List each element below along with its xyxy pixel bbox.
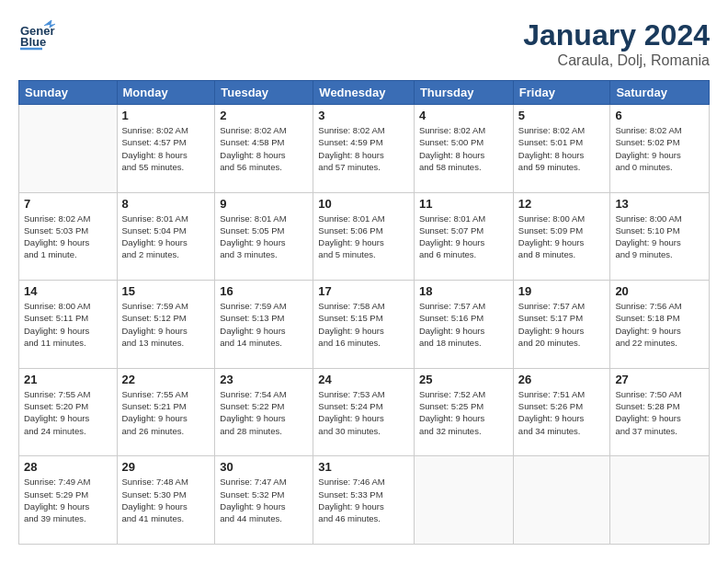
calendar-cell: 22Sunrise: 7:55 AM Sunset: 5:21 PM Dayli… (117, 368, 215, 456)
calendar-cell: 31Sunrise: 7:46 AM Sunset: 5:33 PM Dayli… (313, 456, 415, 545)
calendar-day-header: Monday (117, 81, 215, 105)
day-number: 15 (122, 284, 210, 298)
day-number: 4 (419, 109, 508, 122)
day-info: Sunrise: 8:02 AM Sunset: 5:00 PM Dayligh… (419, 124, 508, 173)
day-number: 9 (220, 197, 308, 211)
calendar-day-header: Friday (513, 81, 610, 105)
calendar-cell: 24Sunrise: 7:53 AM Sunset: 5:24 PM Dayli… (313, 368, 415, 456)
calendar-cell: 10Sunrise: 8:01 AM Sunset: 5:06 PM Dayli… (313, 192, 415, 281)
day-number: 6 (615, 109, 704, 122)
day-number: 5 (518, 109, 606, 122)
calendar-cell: 28Sunrise: 7:49 AM Sunset: 5:29 PM Dayli… (19, 456, 118, 545)
day-number: 11 (419, 197, 508, 211)
day-info: Sunrise: 8:01 AM Sunset: 5:05 PM Dayligh… (220, 213, 308, 261)
main-title: January 2024 (523, 18, 710, 52)
day-info: Sunrise: 7:57 AM Sunset: 5:16 PM Dayligh… (419, 300, 508, 349)
day-info: Sunrise: 8:00 AM Sunset: 5:11 PM Dayligh… (24, 300, 112, 349)
day-number: 10 (318, 197, 409, 211)
logo: General Blue (18, 18, 55, 55)
subtitle: Caraula, Dolj, Romania (523, 52, 710, 69)
day-info: Sunrise: 8:01 AM Sunset: 5:07 PM Dayligh… (419, 213, 508, 261)
day-number: 7 (24, 197, 112, 211)
calendar-week-row: 1Sunrise: 8:02 AM Sunset: 4:57 PM Daylig… (19, 105, 710, 193)
day-number: 8 (122, 197, 210, 211)
calendar-day-header: Tuesday (215, 81, 313, 105)
day-number: 13 (615, 197, 704, 211)
day-info: Sunrise: 8:00 AM Sunset: 5:09 PM Dayligh… (518, 213, 606, 261)
calendar-cell: 2Sunrise: 8:02 AM Sunset: 4:58 PM Daylig… (215, 105, 313, 193)
day-number: 12 (518, 197, 606, 211)
day-info: Sunrise: 8:02 AM Sunset: 4:59 PM Dayligh… (318, 124, 409, 173)
day-number: 23 (220, 373, 308, 386)
day-info: Sunrise: 7:56 AM Sunset: 5:18 PM Dayligh… (615, 300, 704, 349)
calendar-cell: 16Sunrise: 7:59 AM Sunset: 5:13 PM Dayli… (215, 281, 313, 369)
calendar-cell: 1Sunrise: 8:02 AM Sunset: 4:57 PM Daylig… (117, 105, 215, 193)
day-number: 31 (318, 460, 409, 474)
calendar-cell: 26Sunrise: 7:51 AM Sunset: 5:26 PM Dayli… (513, 368, 610, 456)
day-info: Sunrise: 8:00 AM Sunset: 5:10 PM Dayligh… (615, 213, 704, 261)
day-number: 1 (122, 109, 210, 122)
day-info: Sunrise: 8:01 AM Sunset: 5:04 PM Dayligh… (122, 213, 210, 261)
calendar-day-header: Saturday (610, 81, 710, 105)
day-number: 3 (318, 109, 409, 122)
calendar-cell: 13Sunrise: 8:00 AM Sunset: 5:10 PM Dayli… (610, 192, 710, 281)
calendar-cell: 18Sunrise: 7:57 AM Sunset: 5:16 PM Dayli… (414, 281, 513, 369)
calendar-cell: 14Sunrise: 8:00 AM Sunset: 5:11 PM Dayli… (19, 281, 118, 369)
calendar-day-header: Wednesday (313, 81, 415, 105)
day-number: 27 (615, 373, 704, 386)
day-info: Sunrise: 7:59 AM Sunset: 5:13 PM Dayligh… (220, 300, 308, 349)
calendar-day-header: Thursday (414, 81, 513, 105)
day-info: Sunrise: 7:53 AM Sunset: 5:24 PM Dayligh… (318, 388, 409, 437)
calendar-cell: 19Sunrise: 7:57 AM Sunset: 5:17 PM Dayli… (513, 281, 610, 369)
day-info: Sunrise: 8:02 AM Sunset: 5:03 PM Dayligh… (24, 213, 112, 261)
day-info: Sunrise: 8:02 AM Sunset: 4:57 PM Dayligh… (122, 124, 210, 173)
day-number: 16 (220, 284, 308, 298)
calendar-cell: 21Sunrise: 7:55 AM Sunset: 5:20 PM Dayli… (19, 368, 118, 456)
calendar-cell: 15Sunrise: 7:59 AM Sunset: 5:12 PM Dayli… (117, 281, 215, 369)
calendar-cell: 3Sunrise: 8:02 AM Sunset: 4:59 PM Daylig… (313, 105, 415, 193)
calendar-cell: 12Sunrise: 8:00 AM Sunset: 5:09 PM Dayli… (513, 192, 610, 281)
day-info: Sunrise: 7:47 AM Sunset: 5:32 PM Dayligh… (220, 476, 308, 524)
day-number: 28 (24, 460, 112, 474)
page: General Blue January 2024 Caraula, Dolj,… (0, 0, 728, 563)
calendar-cell: 8Sunrise: 8:01 AM Sunset: 5:04 PM Daylig… (117, 192, 215, 281)
calendar-cell: 5Sunrise: 8:02 AM Sunset: 5:01 PM Daylig… (513, 105, 610, 193)
calendar-cell: 23Sunrise: 7:54 AM Sunset: 5:22 PM Dayli… (215, 368, 313, 456)
day-info: Sunrise: 7:55 AM Sunset: 5:20 PM Dayligh… (24, 388, 112, 437)
day-number: 30 (220, 460, 308, 474)
day-number: 17 (318, 284, 409, 298)
calendar-cell: 30Sunrise: 7:47 AM Sunset: 5:32 PM Dayli… (215, 456, 313, 545)
day-number: 19 (518, 284, 606, 298)
calendar-cell: 7Sunrise: 8:02 AM Sunset: 5:03 PM Daylig… (19, 192, 118, 281)
day-info: Sunrise: 7:55 AM Sunset: 5:21 PM Dayligh… (122, 388, 210, 437)
calendar-cell: 29Sunrise: 7:48 AM Sunset: 5:30 PM Dayli… (117, 456, 215, 545)
calendar-week-row: 14Sunrise: 8:00 AM Sunset: 5:11 PM Dayli… (19, 281, 710, 369)
day-info: Sunrise: 7:51 AM Sunset: 5:26 PM Dayligh… (518, 388, 606, 437)
day-info: Sunrise: 7:49 AM Sunset: 5:29 PM Dayligh… (24, 476, 112, 524)
logo-icon: General Blue (18, 18, 55, 55)
day-info: Sunrise: 8:02 AM Sunset: 4:58 PM Dayligh… (220, 124, 308, 173)
day-info: Sunrise: 7:57 AM Sunset: 5:17 PM Dayligh… (518, 300, 606, 349)
calendar-week-row: 7Sunrise: 8:02 AM Sunset: 5:03 PM Daylig… (19, 192, 710, 281)
calendar-cell: 25Sunrise: 7:52 AM Sunset: 5:25 PM Dayli… (414, 368, 513, 456)
day-info: Sunrise: 7:50 AM Sunset: 5:28 PM Dayligh… (615, 388, 704, 437)
day-number: 22 (122, 373, 210, 386)
day-number: 25 (419, 373, 508, 386)
day-info: Sunrise: 8:02 AM Sunset: 5:01 PM Dayligh… (518, 124, 606, 173)
day-info: Sunrise: 7:54 AM Sunset: 5:22 PM Dayligh… (220, 388, 308, 437)
calendar-cell: 9Sunrise: 8:01 AM Sunset: 5:05 PM Daylig… (215, 192, 313, 281)
calendar-header-row: SundayMondayTuesdayWednesdayThursdayFrid… (19, 81, 710, 105)
day-info: Sunrise: 7:52 AM Sunset: 5:25 PM Dayligh… (419, 388, 508, 437)
day-info: Sunrise: 7:59 AM Sunset: 5:12 PM Dayligh… (122, 300, 210, 349)
day-info: Sunrise: 7:46 AM Sunset: 5:33 PM Dayligh… (318, 476, 409, 524)
calendar-cell: 27Sunrise: 7:50 AM Sunset: 5:28 PM Dayli… (610, 368, 710, 456)
calendar-cell (414, 456, 513, 545)
title-block: January 2024 Caraula, Dolj, Romania (523, 18, 710, 69)
calendar-cell (610, 456, 710, 545)
day-info: Sunrise: 8:02 AM Sunset: 5:02 PM Dayligh… (615, 124, 704, 173)
day-info: Sunrise: 7:58 AM Sunset: 5:15 PM Dayligh… (318, 300, 409, 349)
day-number: 26 (518, 373, 606, 386)
calendar-week-row: 28Sunrise: 7:49 AM Sunset: 5:29 PM Dayli… (19, 456, 710, 545)
calendar-table: SundayMondayTuesdayWednesdayThursdayFrid… (18, 80, 710, 545)
day-info: Sunrise: 7:48 AM Sunset: 5:30 PM Dayligh… (122, 476, 210, 524)
